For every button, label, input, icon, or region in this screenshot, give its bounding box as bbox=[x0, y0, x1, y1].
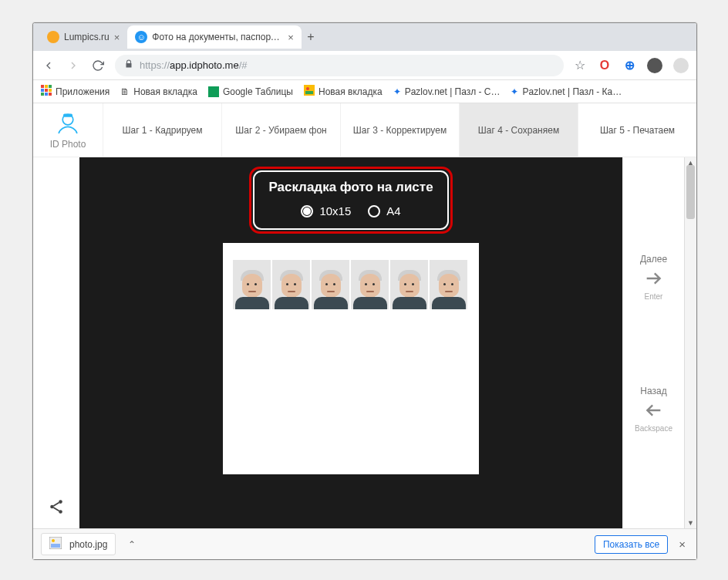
app-content: ID Photo Шаг 1 - Кадрируем Шаг 2 - Убира… bbox=[33, 103, 696, 528]
photo-thumbnail bbox=[351, 260, 389, 309]
globe-icon[interactable]: ⊕ bbox=[622, 59, 636, 72]
radio-a4[interactable]: A4 bbox=[368, 204, 400, 218]
nav-back-button[interactable] bbox=[41, 58, 56, 73]
bookmark-item[interactable]: ✦ Pazlov.net | Пазл - С… bbox=[393, 86, 501, 97]
image-file-icon bbox=[49, 537, 62, 551]
svg-rect-7 bbox=[45, 93, 48, 96]
lock-icon bbox=[124, 59, 133, 71]
arrow-left-icon bbox=[642, 400, 664, 421]
radio-dot-icon bbox=[368, 205, 380, 218]
next-button[interactable]: Далее Enter bbox=[640, 254, 667, 301]
photo-thumbnail bbox=[430, 260, 467, 309]
photo-row bbox=[233, 260, 469, 309]
bookmark-item[interactable]: Google Таблицы bbox=[208, 86, 293, 97]
svg-rect-18 bbox=[51, 544, 60, 548]
bookmark-label: Новая вкладка bbox=[133, 86, 197, 97]
step-correct[interactable]: Шаг 3 - Корректируем bbox=[340, 103, 459, 157]
tab-close-icon[interactable]: × bbox=[114, 32, 120, 43]
favicon-icon bbox=[47, 31, 59, 43]
svg-rect-5 bbox=[49, 89, 52, 92]
app-brand-label: ID Photo bbox=[50, 139, 86, 150]
browser-window: Lumpics.ru × ☺ Фото на документы, паспор… bbox=[32, 22, 697, 560]
radio-label: 10х15 bbox=[319, 204, 351, 218]
puzzle-icon: ✦ bbox=[511, 86, 518, 97]
app-logo[interactable]: ID Photo bbox=[33, 103, 103, 157]
photo-thumbnail bbox=[390, 260, 428, 309]
bookmark-item[interactable]: ✦ Pazlov.net | Пазл - Ка… bbox=[511, 86, 622, 97]
puzzle-icon: ✦ bbox=[393, 86, 401, 97]
share-button[interactable] bbox=[44, 494, 69, 519]
bookmark-star-icon[interactable]: ☆ bbox=[573, 59, 587, 72]
nav-forward-button[interactable] bbox=[66, 58, 81, 73]
tab-title: Lumpics.ru bbox=[64, 32, 110, 42]
back-button[interactable]: Назад Backspace bbox=[635, 386, 672, 433]
toolbar: https://app.idphoto.me/# ☆ O ⊕ bbox=[33, 51, 696, 80]
downloads-bar: photo.jpg ⌃ Показать все × bbox=[33, 528, 696, 559]
sheet-preview bbox=[223, 243, 479, 474]
address-bar[interactable]: https://app.idphoto.me/# bbox=[115, 55, 564, 76]
tab-title: Фото на документы, паспорта, з… bbox=[152, 32, 283, 42]
preview-stage: Раскладка фото на листе 10х15 A4 bbox=[79, 157, 622, 528]
layout-radio-row: 10х15 A4 bbox=[268, 204, 433, 218]
scrollbar-thumb[interactable] bbox=[686, 165, 695, 219]
radio-10x15[interactable]: 10х15 bbox=[301, 204, 351, 218]
svg-rect-1 bbox=[45, 85, 48, 88]
svg-point-11 bbox=[306, 87, 309, 90]
next-key-hint: Enter bbox=[645, 292, 663, 301]
svg-rect-3 bbox=[41, 89, 44, 92]
document-icon: 🗎 bbox=[120, 86, 130, 97]
svg-rect-4 bbox=[45, 89, 48, 92]
bookmark-item[interactable]: 🗎 Новая вкладка bbox=[120, 86, 197, 97]
opera-icon[interactable]: O bbox=[598, 59, 612, 72]
show-all-downloads-button[interactable]: Показать все bbox=[595, 535, 668, 554]
back-key-hint: Backspace bbox=[635, 424, 672, 433]
tab-close-icon[interactable]: × bbox=[288, 32, 294, 43]
chrome-menu-icon[interactable] bbox=[673, 58, 689, 73]
step-save[interactable]: Шаг 4 - Сохраняем bbox=[459, 103, 578, 157]
bookmark-label: Новая вкладка bbox=[318, 86, 383, 97]
svg-rect-8 bbox=[49, 93, 52, 96]
left-sidebar bbox=[33, 157, 79, 528]
profile-avatar[interactable] bbox=[647, 58, 662, 73]
browser-tab[interactable]: ☺ Фото на документы, паспорта, з… × bbox=[127, 25, 302, 49]
favicon-icon: ☺ bbox=[135, 31, 147, 43]
bookmark-label: Приложения bbox=[56, 86, 110, 97]
radio-dot-icon bbox=[301, 205, 313, 218]
browser-tab[interactable]: Lumpics.ru × bbox=[39, 25, 127, 49]
scroll-down-icon[interactable]: ▼ bbox=[685, 518, 696, 528]
picture-icon bbox=[304, 85, 315, 98]
extension-icons: ☆ O ⊕ bbox=[573, 58, 689, 73]
id-photo-icon bbox=[55, 111, 81, 137]
tab-strip: Lumpics.ru × ☺ Фото на документы, паспор… bbox=[33, 23, 696, 51]
layout-panel: Раскладка фото на листе 10х15 A4 bbox=[253, 170, 448, 230]
arrow-right-icon bbox=[643, 268, 665, 289]
bookmark-label: Pazlov.net | Пазл - С… bbox=[405, 86, 501, 97]
bookmark-item[interactable]: Новая вкладка bbox=[304, 85, 383, 98]
next-label: Далее bbox=[640, 254, 667, 265]
wizard-steps: ID Photo Шаг 1 - Кадрируем Шаг 2 - Убира… bbox=[33, 103, 696, 157]
step-print[interactable]: Шаг 5 - Печатаем bbox=[578, 103, 696, 157]
layout-panel-highlight: Раскладка фото на листе 10х15 A4 bbox=[249, 167, 452, 234]
step-remove-bg[interactable]: Шаг 2 - Убираем фон bbox=[221, 103, 340, 157]
vertical-scrollbar[interactable]: ▲ ▼ bbox=[684, 157, 696, 528]
apps-icon bbox=[41, 85, 52, 98]
download-item[interactable]: photo.jpg bbox=[41, 533, 116, 555]
svg-rect-2 bbox=[49, 85, 52, 88]
bookmarks-bar: Приложения 🗎 Новая вкладка Google Таблиц… bbox=[33, 80, 696, 103]
step-crop[interactable]: Шаг 1 - Кадрируем bbox=[103, 103, 221, 157]
downloads-close-button[interactable]: × bbox=[676, 534, 689, 554]
download-filename: photo.jpg bbox=[69, 539, 107, 550]
bookmark-apps[interactable]: Приложения bbox=[41, 85, 110, 98]
right-sidebar: Далее Enter Назад Backspace bbox=[622, 157, 684, 528]
back-label: Назад bbox=[640, 386, 666, 396]
svg-rect-10 bbox=[305, 91, 313, 94]
nav-reload-button[interactable] bbox=[90, 58, 106, 73]
photo-thumbnail bbox=[312, 260, 349, 309]
bookmark-label: Google Таблицы bbox=[223, 86, 293, 97]
new-tab-button[interactable]: + bbox=[302, 28, 320, 46]
panel-title: Раскладка фото на листе bbox=[268, 180, 433, 195]
radio-label: A4 bbox=[386, 204, 400, 218]
download-chevron-icon[interactable]: ⌃ bbox=[122, 536, 142, 553]
svg-rect-0 bbox=[41, 85, 44, 88]
workspace: Раскладка фото на листе 10х15 A4 bbox=[33, 157, 696, 528]
